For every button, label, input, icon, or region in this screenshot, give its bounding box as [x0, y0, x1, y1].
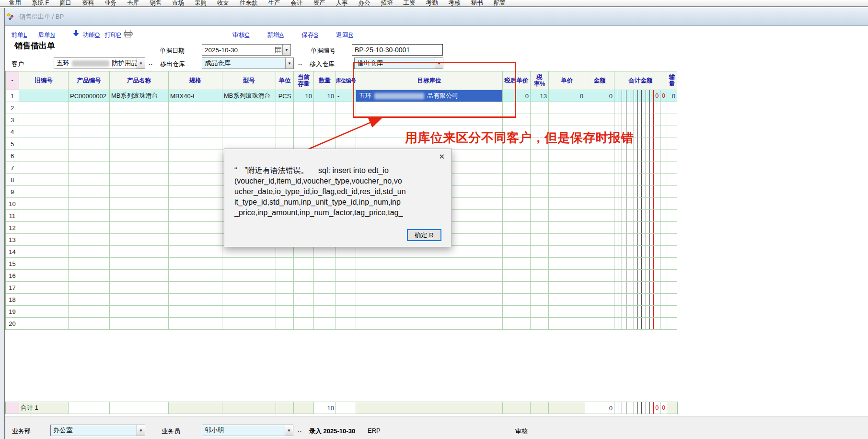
- grid-cell[interactable]: [336, 126, 356, 138]
- menu-item[interactable]: 招培: [376, 0, 398, 7]
- grid-cell[interactable]: [294, 282, 314, 294]
- grid-cell[interactable]: [222, 306, 276, 318]
- warehouse-out-lookup-button[interactable]: ..: [298, 59, 302, 67]
- menu-item[interactable]: 常用: [4, 0, 26, 7]
- dept-combo[interactable]: 办公室 ▼: [50, 425, 145, 436]
- warehouse-in-dropdown-button[interactable]: ▼: [435, 58, 443, 69]
- grid-cell[interactable]: [276, 126, 294, 138]
- grid-cell[interactable]: [667, 246, 677, 258]
- grid-cell[interactable]: [19, 222, 69, 234]
- grid-cell[interactable]: [503, 306, 531, 318]
- grid-cell[interactable]: [110, 210, 169, 222]
- grid-cell[interactable]: [169, 234, 222, 246]
- grid-cell-extra[interactable]: [653, 318, 660, 329]
- grid-cell-extra[interactable]: [660, 234, 667, 245]
- grid-cell[interactable]: [614, 270, 667, 282]
- grid-cell[interactable]: [549, 270, 585, 282]
- grid-cell[interactable]: [222, 294, 276, 306]
- grid-cell[interactable]: [585, 246, 614, 258]
- grid-cell[interactable]: [69, 222, 110, 234]
- grid-cell-extra[interactable]: [660, 282, 667, 293]
- grid-cell[interactable]: [549, 186, 585, 198]
- grid-cell[interactable]: [336, 246, 356, 258]
- grid-cell[interactable]: [585, 258, 614, 270]
- grid-cell-extra[interactable]: [653, 270, 660, 281]
- staff-dropdown-button[interactable]: ▼: [285, 425, 293, 436]
- grid-cell[interactable]: [614, 150, 667, 162]
- grid-cell[interactable]: [531, 114, 549, 126]
- menu-item[interactable]: 资料: [77, 0, 99, 7]
- grid-cell[interactable]: [222, 258, 276, 270]
- grid-cell[interactable]: [336, 258, 356, 270]
- grid-cell-extra[interactable]: [660, 294, 667, 305]
- grid-cell-extra[interactable]: [653, 258, 660, 269]
- grid-cell[interactable]: [169, 198, 222, 210]
- grid-cell[interactable]: [614, 258, 667, 270]
- grid-cell[interactable]: [614, 102, 667, 114]
- grid-cell[interactable]: [585, 306, 614, 318]
- grid-cell[interactable]: [314, 306, 336, 318]
- grid-cell[interactable]: [531, 222, 549, 234]
- grid-cell[interactable]: [356, 246, 503, 258]
- grid-cell[interactable]: [314, 102, 336, 114]
- grid-cell[interactable]: [531, 318, 549, 330]
- grid-cell[interactable]: [110, 126, 169, 138]
- grid-cell[interactable]: [169, 222, 222, 234]
- menu-item[interactable]: 考勤: [421, 0, 443, 7]
- customer-lookup-button[interactable]: ..: [149, 59, 153, 67]
- menu-item[interactable]: 会计: [286, 0, 308, 7]
- grid-cell[interactable]: [169, 306, 222, 318]
- grid-cell[interactable]: [110, 294, 169, 306]
- grid-cell[interactable]: [19, 318, 69, 330]
- menu-item[interactable]: 工资: [398, 0, 421, 7]
- grid-cell[interactable]: [585, 186, 614, 198]
- grid-cell[interactable]: [667, 150, 677, 162]
- grid-cell[interactable]: [531, 210, 549, 222]
- prev-doc-button[interactable]: 前单L: [11, 31, 27, 39]
- grid-cell[interactable]: [19, 114, 69, 126]
- grid-cell[interactable]: [503, 294, 531, 306]
- grid-cell[interactable]: [276, 114, 294, 126]
- grid-cell[interactable]: [169, 150, 222, 162]
- grid-cell[interactable]: PCS: [276, 90, 294, 102]
- grid-cell[interactable]: [503, 318, 531, 330]
- grid-cell[interactable]: [110, 270, 169, 282]
- customer-dropdown-button[interactable]: ▼: [137, 58, 145, 69]
- grid-cell[interactable]: [69, 102, 110, 114]
- grid-cell[interactable]: [549, 294, 585, 306]
- grid-cell[interactable]: [614, 222, 667, 234]
- grid-cell[interactable]: [169, 246, 222, 258]
- grid-cell[interactable]: [531, 282, 549, 294]
- grid-cell[interactable]: [294, 318, 314, 330]
- grid-cell-extra[interactable]: [660, 174, 667, 185]
- grid-cell-extra[interactable]: [653, 174, 660, 185]
- grid-cell[interactable]: [110, 162, 169, 174]
- grid-cell[interactable]: [276, 246, 294, 258]
- docno-input[interactable]: BP-25-10-30-0001: [352, 44, 443, 56]
- grid-cell[interactable]: [110, 222, 169, 234]
- grid-cell[interactable]: [294, 306, 314, 318]
- audit-button[interactable]: 审核C: [232, 31, 249, 39]
- grid-cell[interactable]: [69, 114, 110, 126]
- warehouse-out-combo[interactable]: 成品仓库 ▼: [202, 58, 294, 69]
- grid-cell[interactable]: [69, 174, 110, 186]
- grid-cell-extra[interactable]: [660, 114, 667, 126]
- grid-cell[interactable]: [69, 198, 110, 210]
- grid-cell[interactable]: [549, 306, 585, 318]
- grid-cell[interactable]: 0: [503, 90, 531, 102]
- grid-cell[interactable]: [531, 246, 549, 258]
- grid-cell[interactable]: [294, 246, 314, 258]
- grid-cell-extra[interactable]: [660, 270, 667, 281]
- grid-cell[interactable]: [531, 150, 549, 162]
- grid-cell[interactable]: [110, 318, 169, 330]
- grid-cell[interactable]: [549, 114, 585, 126]
- grid-cell[interactable]: [667, 258, 677, 270]
- next-doc-button[interactable]: 后单N: [38, 31, 55, 39]
- menu-item[interactable]: 系统 F: [26, 0, 54, 7]
- grid-cell[interactable]: 0: [667, 90, 677, 102]
- grid-cell[interactable]: [222, 126, 276, 138]
- grid-cell[interactable]: [19, 186, 69, 198]
- grid-cell[interactable]: [294, 114, 314, 126]
- grid-cell[interactable]: [667, 234, 677, 246]
- grid-cell[interactable]: [314, 258, 336, 270]
